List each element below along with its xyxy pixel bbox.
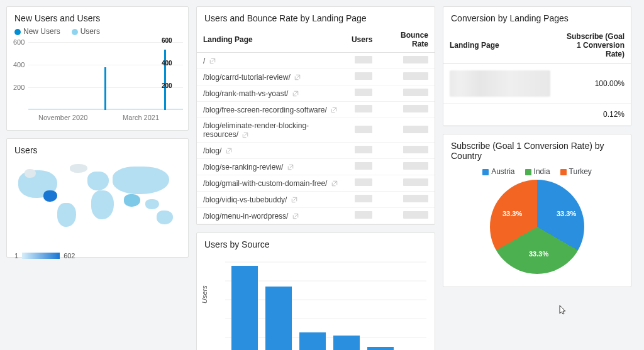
scale-min: 1 <box>14 252 18 260</box>
redacted-cell <box>403 146 428 153</box>
card-title: Users and Bounce Rate by Landing Page <box>197 7 435 27</box>
chart-legend: New Users Users <box>7 27 188 38</box>
svg-rect-13 <box>333 336 360 350</box>
card-users-by-source: Users by Source Users 1,000 800 600 400 … <box>196 232 435 350</box>
landing-page-cell[interactable]: /blog/ <box>197 143 345 159</box>
legend-swatch-india <box>525 169 531 175</box>
rate-cell: 100.00% <box>557 64 631 104</box>
y-tick: 400 <box>13 61 25 68</box>
svg-rect-10 <box>231 266 258 350</box>
card-title: Subscribe (Goal 1 Conversion Rate) by Co… <box>443 134 631 165</box>
landing-page-cell[interactable]: /blog/carrd-tutorial-review/ <box>197 69 345 85</box>
external-link-icon[interactable] <box>240 130 249 139</box>
col-header-users[interactable]: Users <box>345 27 379 53</box>
slice-label: 33.3% <box>502 210 522 217</box>
legend-label: India <box>534 167 550 176</box>
table-row[interactable]: /blog/menu-in-wordpress/ <box>197 208 435 224</box>
dashboard-grid: New Users and Users New Users Users 600 … <box>6 6 638 350</box>
slice-label: 33.3% <box>557 210 576 217</box>
redacted-cell <box>403 162 428 170</box>
table-row[interactable]: /blog/rank-math-vs-yoast/ <box>197 85 435 102</box>
redacted-cell <box>450 70 550 97</box>
external-link-icon[interactable] <box>330 179 338 188</box>
col-header-bounce[interactable]: Bounce Rate <box>379 27 435 53</box>
col-header-page[interactable]: Landing Page <box>443 27 557 64</box>
landing-page-cell[interactable]: /blog/eliminate-render-blocking-resource… <box>197 118 345 143</box>
redacted-cell <box>403 126 428 133</box>
svg-rect-14 <box>367 347 394 350</box>
col-header-page[interactable]: Landing Page <box>197 27 345 53</box>
redacted-cell <box>355 72 372 80</box>
legend-label: New Users <box>23 27 60 36</box>
landing-page-cell[interactable]: /blog/rank-math-vs-yoast/ <box>197 85 345 102</box>
table-row[interactable]: / <box>197 53 435 69</box>
landing-page-cell[interactable]: /blog/gmail-with-custom-domain-free/ <box>197 175 345 192</box>
x-tick: March 2021 <box>123 114 159 121</box>
landing-page-cell[interactable]: / <box>197 53 345 69</box>
landing-page-cell[interactable]: /blog/vidiq-vs-tubebuddy/ <box>197 192 345 208</box>
card-title: New Users and Users <box>7 7 188 27</box>
y-tick: 600 <box>13 38 25 46</box>
landing-page-cell[interactable]: /blog/free-screen-recording-software/ <box>197 102 345 118</box>
line-chart[interactable]: 600 400 200 600 400 200 November 2020 Ma… <box>7 38 188 120</box>
table-row[interactable]: 0.12% <box>443 104 631 126</box>
card-title: Users by Source <box>197 233 435 253</box>
legend-dot-users <box>72 29 78 35</box>
external-link-icon[interactable] <box>286 163 294 172</box>
table-row[interactable]: /blog/se-ranking-review/ <box>197 159 435 175</box>
card-new-users: New Users and Users New Users Users 600 … <box>6 6 189 131</box>
y-tick: 200 <box>13 84 25 91</box>
redacted-cell <box>355 146 372 153</box>
card-conversion: Conversion by Landing Pages Landing Page… <box>443 6 631 126</box>
svg-rect-12 <box>299 332 326 350</box>
legend-label: Austria <box>491 167 514 176</box>
redacted-cell <box>355 195 372 202</box>
landing-page-cell[interactable]: /blog/menu-in-wordpress/ <box>197 208 345 224</box>
external-link-icon[interactable] <box>289 195 298 204</box>
peak-label: 600 <box>162 37 172 44</box>
svg-rect-11 <box>265 287 292 350</box>
table-row[interactable]: 100.00% <box>443 64 631 104</box>
landing-page-table: Landing Page Users Bounce Rate / /blog/c… <box>197 27 435 224</box>
redacted-cell <box>403 89 428 96</box>
legend-dot-new-users <box>14 29 21 35</box>
external-link-icon[interactable] <box>291 212 299 221</box>
redacted-cell <box>403 105 428 112</box>
table-row[interactable]: /blog/eliminate-render-blocking-resource… <box>197 118 435 143</box>
pie-chart[interactable]: 33.3% 33.3% 33.3% <box>477 180 597 280</box>
conversion-table: Landing Page Subscribe (Goal 1 Conversio… <box>443 27 631 126</box>
legend-swatch-austria <box>482 169 489 175</box>
landing-page-cell[interactable]: /blog/se-ranking-review/ <box>197 159 345 175</box>
redacted-cell <box>355 89 372 96</box>
table-row[interactable]: /blog/free-screen-recording-software/ <box>197 102 435 118</box>
y-axis-label: Users <box>201 285 208 304</box>
redacted-cell <box>403 211 428 219</box>
bar-chart[interactable]: Users 1,000 800 600 400 200 <box>197 253 435 350</box>
redacted-cell <box>355 56 372 63</box>
pie-legend: Austria India Turkey <box>443 165 631 180</box>
table-row[interactable]: /blog/vidiq-vs-tubebuddy/ <box>197 192 435 208</box>
table-row[interactable]: /blog/gmail-with-custom-domain-free/ <box>197 175 435 192</box>
external-link-icon[interactable] <box>208 57 216 65</box>
external-link-icon[interactable] <box>291 89 299 98</box>
external-link-icon[interactable] <box>292 73 301 82</box>
card-users-map: Users 1 602 <box>6 138 189 258</box>
bar-chart-svg: 1,000 800 600 400 200 <box>223 256 428 350</box>
redacted-cell <box>403 56 428 63</box>
peak-label: 200 <box>162 82 172 89</box>
external-link-icon[interactable] <box>329 106 338 114</box>
geo-map[interactable] <box>13 159 182 247</box>
card-landing-table: Users and Bounce Rate by Landing Page La… <box>196 6 435 225</box>
col-header-rate[interactable]: Subscribe (Goal 1 Conversion Rate) <box>557 27 631 64</box>
table-row[interactable]: /blog/ <box>197 143 435 159</box>
scale-gradient <box>22 253 60 259</box>
legend-swatch-turkey <box>560 169 567 175</box>
map-scale: 1 602 <box>7 252 188 265</box>
external-link-icon[interactable] <box>224 146 233 155</box>
redacted-cell <box>403 195 428 202</box>
peak-label: 400 <box>162 60 172 67</box>
legend-label: Users <box>80 27 100 36</box>
card-title: Conversion by Landing Pages <box>443 7 631 27</box>
rate-cell: 0.12% <box>557 104 631 126</box>
table-row[interactable]: /blog/carrd-tutorial-review/ <box>197 69 435 85</box>
